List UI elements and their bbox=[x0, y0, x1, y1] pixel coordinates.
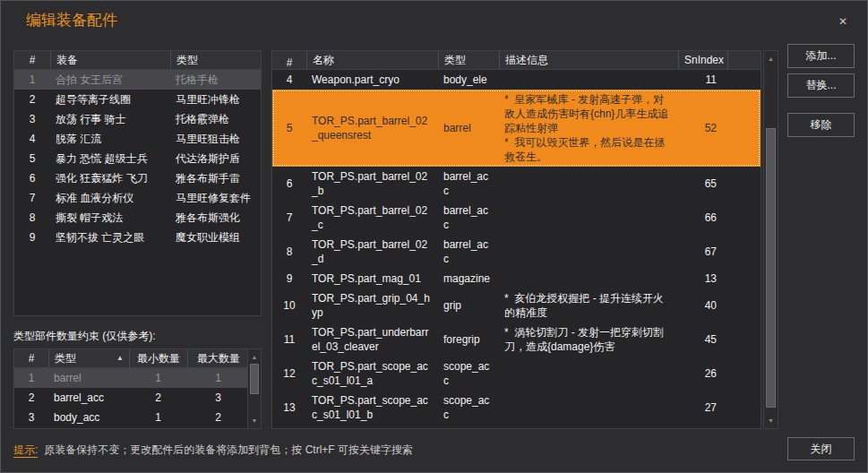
cell-part-type: barrel_acc bbox=[48, 388, 129, 408]
part-row[interactable]: 8TOR_PS.part_barrel_02_dbarrel_acc67 bbox=[272, 235, 761, 269]
constraints-scrollbar[interactable]: ▲ ▼ bbox=[247, 349, 261, 428]
column-header[interactable]: 名称 bbox=[306, 51, 438, 69]
cell-sn-index: 52 bbox=[678, 118, 727, 138]
cell-part-type: foregrip bbox=[438, 330, 499, 349]
replace-button[interactable]: 替换... bbox=[787, 73, 855, 98]
cell-part-type: scope_acc bbox=[438, 357, 499, 391]
cell-part-description bbox=[499, 77, 678, 82]
cell-equipment-type: 马里旺狙击枪 bbox=[170, 129, 261, 149]
cell-index: 4 bbox=[14, 129, 50, 149]
cell-part-type: body_acc bbox=[48, 408, 129, 427]
scrollbar-thumb[interactable] bbox=[766, 128, 776, 408]
scroll-down-icon[interactable]: ▼ bbox=[764, 415, 778, 426]
cell-index: 4 bbox=[272, 70, 306, 90]
cell-part-type: barrel_acc bbox=[438, 167, 499, 201]
cell-part-name: TOR_PS.part_scope_acc_s01_l01_b bbox=[306, 391, 438, 425]
footer-hint: 提示:原装备保持不变；更改配件后的装备将添加到背包；按 Ctrl+F 可按关键字… bbox=[13, 443, 413, 458]
remove-button[interactable]: 移除 bbox=[787, 113, 855, 137]
scrollbar-thumb[interactable] bbox=[250, 364, 259, 394]
column-header[interactable]: 类型▲ bbox=[48, 349, 129, 367]
part-row[interactable]: 4Weapon.part_cryobody_ele11 bbox=[272, 70, 761, 90]
constraints-table-body: 1barrel112barrel_acc233body_acc12 bbox=[14, 368, 250, 427]
column-header[interactable]: 最小数量 bbox=[129, 349, 187, 367]
cell-part-type: grip bbox=[438, 296, 499, 315]
cell-part-type: barrel_acc bbox=[438, 201, 499, 235]
cell-equipment-type: 托格手枪 bbox=[170, 70, 261, 90]
cell-index: 10 bbox=[272, 296, 306, 315]
scroll-down-icon[interactable]: ▼ bbox=[248, 415, 261, 426]
cell-part-name: TOR_PS.part_scope_acc_s01_l01_a bbox=[306, 357, 438, 391]
part-row[interactable]: 14TOR_PS.part_scope_01_lens_01scope22 bbox=[272, 425, 761, 429]
column-header[interactable]: 最大数量 bbox=[187, 349, 249, 367]
cell-index: 8 bbox=[272, 242, 306, 262]
hint-text: 原装备保持不变；更改配件后的装备将添加到背包；按 Ctrl+F 可按关键字搜索 bbox=[44, 443, 413, 456]
equipment-row[interactable]: 7标准 血液分析仪马里旺修复套件 bbox=[14, 188, 261, 208]
cell-sn-index: 27 bbox=[678, 398, 727, 417]
cell-filler bbox=[727, 249, 761, 254]
equipment-row[interactable]: 5暴力 恐慌 超级士兵代达洛斯护盾 bbox=[14, 149, 261, 168]
scroll-up-icon[interactable]: ▲ bbox=[248, 351, 261, 363]
part-row[interactable]: 7TOR_PS.part_barrel_02_cbarrel_acc66 bbox=[272, 201, 761, 235]
cell-index: 12 bbox=[272, 364, 306, 383]
part-row[interactable]: 10TOR_PS.part_grip_04_hypgrip* 亥伯龙授权握把 -… bbox=[272, 288, 761, 322]
column-header[interactable]: 描述信息 bbox=[499, 51, 678, 69]
close-button[interactable]: 关闭 bbox=[787, 437, 855, 460]
cell-sn-index: 65 bbox=[678, 174, 727, 194]
cell-filler bbox=[727, 125, 761, 131]
cell-index: 8 bbox=[14, 208, 50, 228]
equipment-row[interactable]: 4脱落 汇流马里旺狙击枪 bbox=[14, 129, 261, 149]
cell-sn-index: 40 bbox=[678, 296, 727, 315]
cell-max-count: 2 bbox=[187, 408, 249, 427]
cell-index: 2 bbox=[14, 388, 48, 408]
cell-filler bbox=[727, 405, 761, 410]
cell-part-description bbox=[499, 405, 678, 410]
cell-equipment-name: 合拍 女王后宫 bbox=[50, 70, 170, 90]
part-row[interactable]: 6TOR_PS.part_barrel_02_bbarrel_acc65 bbox=[272, 167, 761, 201]
cell-equipment-type: 托格霰弹枪 bbox=[170, 109, 261, 129]
sort-ascending-icon: ▲ bbox=[116, 349, 124, 367]
column-header[interactable]: # bbox=[272, 51, 306, 69]
column-header[interactable]: SnIndex bbox=[678, 51, 727, 69]
cell-sn-index: 66 bbox=[678, 208, 727, 228]
cell-sn-index: 11 bbox=[678, 70, 727, 90]
column-header[interactable]: 类型 bbox=[170, 51, 261, 69]
column-header[interactable]: # bbox=[14, 51, 50, 69]
cell-equipment-type: 马里旺修复套件 bbox=[170, 188, 261, 208]
equipment-row[interactable]: 1合拍 女王后宫托格手枪 bbox=[14, 70, 261, 90]
column-header-filler bbox=[727, 51, 761, 69]
scroll-up-icon[interactable]: ▲ bbox=[764, 53, 778, 64]
cell-equipment-name: 标准 血液分析仪 bbox=[50, 188, 170, 208]
equipment-row[interactable]: 2超导等离子线圈马里旺冲锋枪 bbox=[14, 90, 261, 109]
column-header[interactable]: 装备 bbox=[50, 51, 170, 69]
cell-part-description: * 亥伯龙授权握把 - 提升连续开火的精准度 bbox=[499, 288, 678, 322]
equipment-row[interactable]: 8撕裂 帽子戏法雅各布斯强化 bbox=[14, 208, 261, 228]
cell-part-description bbox=[499, 371, 678, 376]
part-row[interactable]: 12TOR_PS.part_scope_acc_s01_l01_ascope_a… bbox=[272, 357, 761, 391]
cell-index: 6 bbox=[272, 174, 306, 194]
part-row[interactable]: 5TOR_PS.part_barrel_02_queensrestbarrel*… bbox=[272, 90, 761, 167]
equipment-row[interactable]: 3放荡 行事 骑士托格霰弹枪 bbox=[14, 109, 261, 129]
cell-part-name: Weapon.part_cryo bbox=[306, 70, 438, 90]
cell-filler bbox=[727, 371, 761, 376]
constraint-row[interactable]: 1barrel11 bbox=[14, 368, 250, 388]
cell-index: 1 bbox=[14, 70, 50, 90]
constraint-row[interactable]: 3body_acc12 bbox=[14, 408, 250, 427]
constraints-table-header: #类型▲最小数量最大数量 bbox=[14, 349, 250, 368]
equipment-row[interactable]: 6强化 狂轰猛炸 飞刀雅各布斯手雷 bbox=[14, 168, 261, 188]
part-row[interactable]: 9TOR_PS.part_mag_01magazine13 bbox=[272, 269, 761, 288]
cell-sn-index: 67 bbox=[678, 242, 727, 262]
column-header[interactable]: # bbox=[14, 349, 48, 367]
equipment-row[interactable]: 9坚韧不拔 亡灵之眼魔女职业模组 bbox=[14, 228, 261, 247]
add-button[interactable]: 添加... bbox=[787, 44, 855, 68]
cell-part-description bbox=[499, 249, 678, 254]
cell-index: 9 bbox=[14, 228, 50, 247]
parts-scrollbar[interactable]: ▲ ▼ bbox=[763, 50, 778, 429]
cell-filler bbox=[727, 276, 761, 281]
cell-index: 5 bbox=[14, 149, 50, 168]
cell-part-description: * 皇家军械库 - 发射高速子弹，对敌人造成伤害时有{chn}几率生成追踪粘性射… bbox=[499, 90, 678, 167]
constraint-row[interactable]: 2barrel_acc23 bbox=[14, 388, 250, 408]
column-header[interactable]: 类型 bbox=[438, 51, 499, 69]
part-row[interactable]: 11TOR_PS.part_underbarrel_03_cleaverfore… bbox=[272, 322, 761, 357]
close-icon[interactable]: ✕ bbox=[833, 13, 853, 30]
part-row[interactable]: 13TOR_PS.part_scope_acc_s01_l01_bscope_a… bbox=[272, 391, 761, 425]
